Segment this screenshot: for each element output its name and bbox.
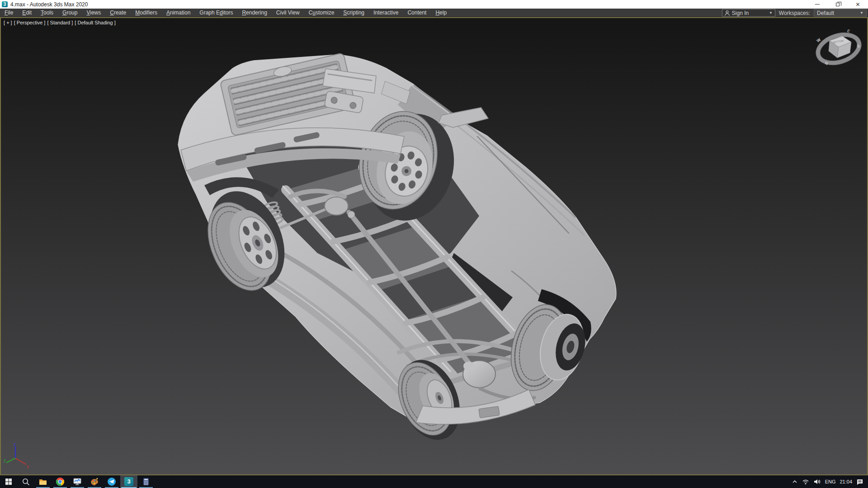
action-center-icon[interactable] bbox=[856, 479, 863, 485]
workspaces-dropdown[interactable]: Default ▼ bbox=[814, 9, 867, 17]
world-axis-gizmo: z x y bbox=[4, 442, 31, 469]
taskbar: 3 bbox=[0, 475, 868, 488]
sign-in-button[interactable]: Sign In ▼ bbox=[722, 9, 775, 17]
system-tray: ENG 21:04 bbox=[792, 475, 868, 488]
viewport-shading-menu[interactable]: Default Shading bbox=[75, 20, 116, 25]
menu-create[interactable]: Create bbox=[105, 9, 131, 17]
language-indicator[interactable]: ENG bbox=[825, 479, 836, 484]
menu-group[interactable]: Group bbox=[58, 9, 82, 17]
sign-in-label: Sign In bbox=[732, 10, 749, 16]
menu-bar: File Edit Tools Group Views Create Modif… bbox=[0, 9, 868, 17]
menu-scripting[interactable]: Scripting bbox=[339, 9, 369, 17]
folder-icon bbox=[38, 477, 47, 486]
volume-icon[interactable] bbox=[813, 479, 821, 485]
search-icon bbox=[22, 478, 30, 486]
truck-model[interactable] bbox=[1, 18, 867, 474]
menu-content[interactable]: Content bbox=[403, 9, 431, 17]
menu-tools[interactable]: Tools bbox=[36, 9, 58, 17]
menu-customize[interactable]: Customize bbox=[304, 9, 339, 17]
taskbar-file-explorer[interactable] bbox=[34, 475, 52, 488]
menu-interactive[interactable]: Interactive bbox=[369, 9, 403, 17]
3ds-max-logo-icon[interactable]: 3 bbox=[2, 1, 8, 7]
menu-edit[interactable]: Edit bbox=[18, 9, 36, 17]
chevron-down-icon: ▼ bbox=[860, 11, 863, 15]
user-icon bbox=[725, 10, 730, 16]
desktop: 3 4.max - Autodesk 3ds Max 2020 ✕ File E… bbox=[0, 0, 868, 488]
workspaces-label: Workspaces: bbox=[779, 10, 810, 16]
workspaces-value: Default bbox=[817, 10, 834, 16]
monitor-chart-icon bbox=[73, 477, 82, 486]
close-icon: ✕ bbox=[855, 2, 860, 7]
3ds-max-icon: 3 bbox=[124, 477, 133, 486]
viewport-render-preset-menu[interactable]: Standard bbox=[47, 20, 73, 25]
title-bar: 3 4.max - Autodesk 3ds Max 2020 ✕ bbox=[0, 0, 868, 9]
menu-graph-editors[interactable]: Graph Editors bbox=[195, 9, 237, 17]
menu-modifiers[interactable]: Modifiers bbox=[131, 9, 162, 17]
calculator-icon bbox=[142, 477, 151, 486]
windows-logo-icon bbox=[5, 478, 12, 485]
viewcube[interactable]: W E S N BOTTOM bbox=[812, 25, 864, 70]
minimize-icon bbox=[815, 4, 820, 5]
taskbar-chrome[interactable] bbox=[52, 475, 69, 488]
menu-help[interactable]: Help bbox=[431, 9, 451, 17]
chevron-down-icon: ▼ bbox=[769, 11, 773, 15]
taskbar-system-monitor[interactable] bbox=[69, 475, 86, 488]
viewport-label: + Perspective Standard Default Shading bbox=[4, 20, 116, 25]
minimize-button[interactable] bbox=[807, 0, 827, 9]
clock[interactable]: 21:04 bbox=[840, 479, 852, 484]
restore-button[interactable] bbox=[827, 0, 848, 9]
taskbar-paint-tool[interactable] bbox=[86, 475, 103, 488]
restore-icon bbox=[836, 3, 840, 6]
taskbar-calculator[interactable] bbox=[137, 475, 155, 488]
close-button[interactable]: ✕ bbox=[848, 0, 868, 9]
menu-views[interactable]: Views bbox=[82, 9, 105, 17]
viewport-view-menu[interactable]: Perspective bbox=[14, 20, 46, 25]
menu-rendering[interactable]: Rendering bbox=[237, 9, 271, 17]
telegram-icon bbox=[107, 477, 116, 486]
taskbar-telegram[interactable] bbox=[103, 475, 120, 488]
taskbar-3ds-max[interactable]: 3 bbox=[120, 475, 137, 488]
x-axis-label: x bbox=[27, 464, 29, 469]
wifi-icon[interactable] bbox=[802, 479, 809, 485]
chevron-up-icon[interactable] bbox=[792, 479, 798, 484]
z-axis-label: z bbox=[14, 442, 16, 447]
viewport-general-menu[interactable]: + bbox=[4, 20, 12, 25]
menu-file[interactable]: File bbox=[0, 9, 18, 17]
start-button[interactable] bbox=[0, 475, 17, 488]
y-axis-label: y bbox=[4, 458, 6, 463]
chrome-icon bbox=[56, 477, 65, 486]
window-title: 4.max - Autodesk 3ds Max 2020 bbox=[10, 1, 88, 8]
menu-civil-view[interactable]: Civil View bbox=[272, 9, 304, 17]
search-button[interactable] bbox=[17, 475, 34, 488]
palette-icon bbox=[90, 477, 99, 486]
menu-animation[interactable]: Animation bbox=[162, 9, 195, 17]
perspective-viewport[interactable]: + Perspective Standard Default Shading bbox=[0, 17, 868, 475]
